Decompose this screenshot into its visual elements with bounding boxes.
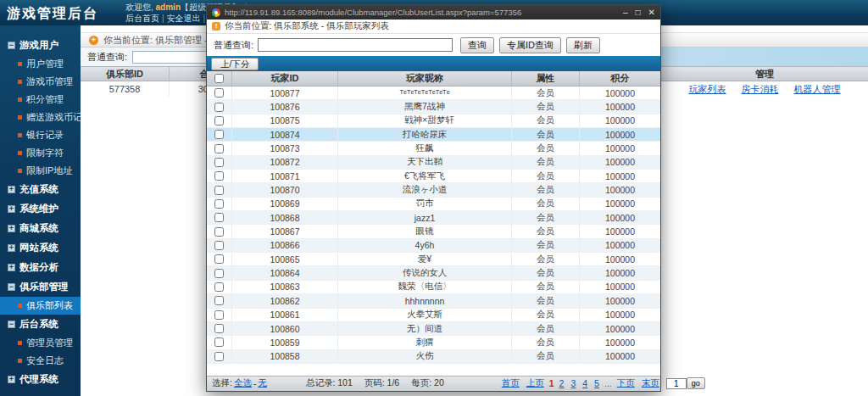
row-checkbox[interactable]	[214, 269, 224, 278]
table-row[interactable]: 100872天下出鞘会员100000	[207, 156, 660, 170]
row-checkbox-cell	[207, 350, 232, 363]
total-records: 总记录: 101	[306, 377, 353, 389]
manage-link[interactable]: 房卡消耗	[742, 83, 779, 96]
row-checkbox[interactable]	[214, 241, 224, 250]
collapse-icon[interactable]: −	[8, 321, 15, 328]
expand-icon[interactable]: +	[8, 376, 15, 383]
table-row[interactable]: 100869罚市会员100000	[207, 198, 660, 211]
expand-icon[interactable]: +	[8, 186, 15, 193]
expand-icon[interactable]: +	[8, 205, 15, 213]
row-checkbox[interactable]	[214, 324, 224, 333]
row-checkbox[interactable]	[214, 282, 224, 292]
manage-link[interactable]: 机器人管理	[794, 83, 841, 96]
modal-action-button[interactable]: 专属ID查询	[499, 37, 561, 53]
player-nickname-cell: 眼镜	[338, 225, 512, 237]
table-row[interactable]: 100858火伤会员100000	[207, 350, 660, 364]
table-row[interactable]: 100860无）间道会员100000	[207, 322, 660, 336]
table-row[interactable]: 100873狂飙会员100000	[207, 142, 660, 155]
row-checkbox[interactable]	[214, 171, 224, 181]
modal-action-button[interactable]: 刷新	[566, 37, 600, 53]
sidebar-item[interactable]: 限制IP地址	[0, 162, 81, 180]
page-link[interactable]: 3	[570, 378, 576, 388]
sidebar-item[interactable]: 管理员管理	[0, 334, 81, 352]
window-title-bar[interactable]: http://119.91.89.165:8089/module/Clubman…	[207, 5, 660, 20]
sidebar-item[interactable]: 游戏币管理	[0, 73, 81, 91]
modal-action-button[interactable]: 查询	[460, 37, 494, 53]
updown-score-button[interactable]: 上/下分	[211, 58, 259, 70]
row-checkbox[interactable]	[214, 254, 224, 264]
table-row[interactable]: 100861火拳艾斯会员100000	[207, 309, 660, 322]
sidebar-item[interactable]: 俱乐部列表	[0, 297, 81, 315]
sidebar-section[interactable]: +代理系统	[0, 370, 81, 389]
collapse-icon[interactable]: −	[8, 42, 15, 49]
select-none-link[interactable]: 无	[258, 377, 267, 389]
table-row[interactable]: 100876黑鹰7战神会员100000	[207, 100, 660, 114]
page-link[interactable]: 4	[582, 378, 587, 388]
sidebar-section[interactable]: −后台系统	[0, 315, 81, 334]
row-checkbox[interactable]	[214, 213, 224, 222]
sidebar-item[interactable]: 限制字符	[0, 144, 81, 162]
modal-search-input[interactable]	[258, 38, 453, 52]
sidebar-section[interactable]: −游戏用户	[0, 36, 81, 55]
table-row[interactable]: 100862hhhnnnnn会员100000	[207, 294, 660, 308]
sidebar-section[interactable]: +数据分析	[0, 258, 81, 277]
table-row[interactable]: 100870流浪ヶ小道会员100000	[207, 183, 660, 197]
row-checkbox[interactable]	[214, 296, 224, 305]
maximize-button[interactable]: □	[636, 8, 641, 17]
sidebar-item[interactable]: 赠送游戏币记录	[0, 109, 81, 126]
page-link[interactable]: 5	[594, 378, 599, 388]
row-checkbox[interactable]	[214, 88, 224, 98]
table-row[interactable]: 100874打哈哈尿床会员100000	[207, 128, 660, 142]
close-button[interactable]: ✕	[648, 8, 655, 17]
sidebar-item[interactable]: 银行记录	[0, 126, 81, 144]
sidebar-section[interactable]: +网站系统	[0, 238, 81, 258]
sidebar-section[interactable]: +商城系统	[0, 219, 81, 238]
row-checkbox[interactable]	[214, 337, 224, 347]
manage-link[interactable]: 玩家列表	[689, 83, 726, 96]
row-checkbox[interactable]	[214, 199, 224, 209]
table-row[interactable]: 1008664y6h会员100000	[207, 239, 660, 253]
sidebar-section[interactable]: +充值系统	[0, 180, 81, 199]
row-checkbox[interactable]	[214, 144, 224, 153]
go-button[interactable]: go	[687, 377, 705, 389]
header-link-1[interactable]: 后台首页	[125, 14, 159, 23]
first-page-link[interactable]: 首页	[502, 377, 520, 389]
row-checkbox[interactable]	[214, 310, 224, 320]
select-all-link[interactable]: 全选	[234, 377, 252, 389]
table-row[interactable]: 100865爱¥会员100000	[207, 253, 660, 266]
sidebar-item[interactable]: 安全日志	[0, 352, 81, 370]
table-row[interactable]: 100859刺猬会员100000	[207, 336, 660, 349]
table-row[interactable]: 100871€飞将军飞会员100000	[207, 170, 660, 183]
page-link[interactable]: 2	[559, 378, 565, 388]
table-row[interactable]: 100863魏荣〈电信〉会员100000	[207, 281, 660, 294]
table-row[interactable]: 100864传说的女人会员100000	[207, 266, 660, 280]
table-row[interactable]: 100867眼镜会员100000	[207, 225, 660, 238]
row-checkbox[interactable]	[214, 186, 224, 195]
expand-icon[interactable]: +	[8, 244, 15, 252]
collapse-icon[interactable]: −	[8, 283, 15, 291]
row-checkbox[interactable]	[214, 158, 224, 167]
header-link-2[interactable]: 安全退出	[167, 14, 201, 23]
next-page-link[interactable]: 下页	[617, 377, 635, 389]
row-checkbox[interactable]	[214, 103, 224, 112]
minimize-button[interactable]: –	[623, 8, 628, 17]
prev-page-link[interactable]: 上页	[526, 377, 544, 389]
table-row[interactable]: 100877ᵀᵉᵀᵉᵀᵉᵀᵉᵀᵉᵀᵉᵀᵉ会员100000	[207, 86, 660, 100]
score-cell: 100000	[580, 309, 660, 321]
last-page-link[interactable]: 末页	[642, 377, 659, 389]
row-checkbox[interactable]	[214, 116, 224, 125]
sidebar-section-label: 代理系统	[19, 373, 58, 386]
select-all-checkbox[interactable]	[214, 74, 224, 83]
page-input[interactable]	[666, 378, 687, 389]
sidebar-section[interactable]: +系统维护	[0, 199, 81, 219]
table-row[interactable]: 100868jazz1会员100000	[207, 211, 660, 225]
expand-icon[interactable]: +	[8, 264, 15, 271]
row-checkbox[interactable]	[214, 130, 224, 139]
row-checkbox[interactable]	[214, 227, 224, 237]
sidebar-section[interactable]: −俱乐部管理	[0, 277, 81, 297]
expand-icon[interactable]: +	[8, 225, 15, 232]
table-row[interactable]: 100875ゝ戦神×甜梦轩会员100000	[207, 114, 660, 128]
sidebar-item[interactable]: 用户管理	[0, 55, 81, 73]
row-checkbox[interactable]	[214, 352, 224, 361]
sidebar-item[interactable]: 积分管理	[0, 91, 81, 109]
